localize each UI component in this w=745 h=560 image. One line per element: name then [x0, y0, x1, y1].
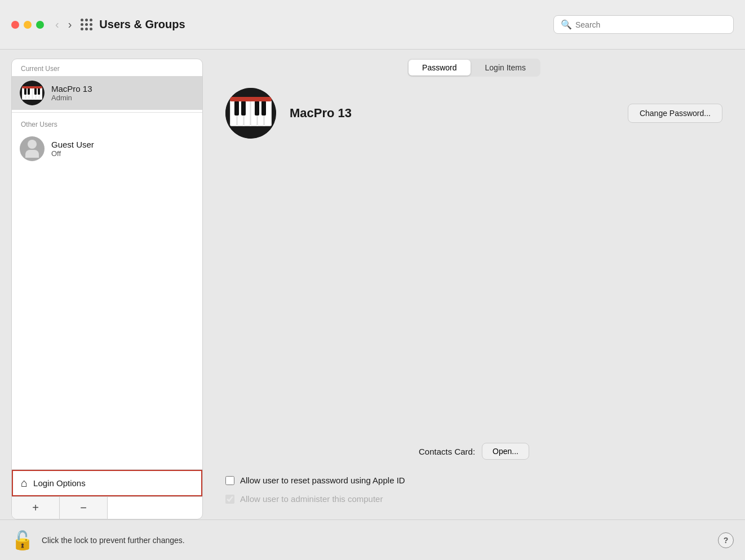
right-panel: Password Login Items: [203, 59, 734, 519]
svg-rect-11: [34, 88, 37, 95]
minimize-button[interactable]: [24, 21, 32, 29]
tab-password[interactable]: Password: [409, 60, 470, 75]
tab-bar: Password Login Items: [214, 59, 734, 77]
allow-admin-row: Allow user to administer this computer: [225, 494, 722, 504]
contacts-card-label: Contacts Card:: [419, 447, 475, 456]
profile-section: MacPro 13 Change Password...: [214, 88, 734, 139]
svg-rect-9: [24, 88, 26, 95]
help-button[interactable]: ?: [718, 532, 734, 548]
window-controls: [11, 21, 44, 29]
person-silhouette: [20, 136, 45, 161]
contacts-card-row: Contacts Card: Open...: [214, 443, 734, 460]
guest-user-status: Off: [51, 149, 94, 158]
allow-reset-row: Allow user to reset password using Apple…: [225, 475, 722, 485]
window-title: Users & Groups: [99, 18, 553, 31]
current-user-role: Admin: [51, 94, 92, 102]
svg-rect-25: [261, 101, 266, 115]
sidebar-spacer: [12, 166, 202, 469]
avatar: [20, 81, 45, 105]
divider: [12, 112, 202, 113]
nav-arrows: ‹ ›: [53, 17, 74, 32]
content-spacer: [214, 150, 734, 420]
login-options-label: Login Options: [33, 478, 86, 488]
profile-name: MacPro 13: [290, 106, 628, 121]
login-options-item[interactable]: ⌂ Login Options: [12, 470, 202, 496]
sidebar: Current User: [11, 59, 203, 519]
svg-rect-10: [28, 88, 30, 95]
guest-user-info: Guest User Off: [51, 140, 94, 158]
maximize-button[interactable]: [36, 21, 44, 29]
footer: 🔓 Click the lock to prevent further chan…: [0, 519, 745, 560]
svg-rect-13: [22, 86, 42, 88]
add-user-button[interactable]: +: [12, 497, 60, 519]
titlebar: ‹ › Users & Groups 🔍: [0, 0, 745, 50]
guest-user-name: Guest User: [51, 140, 94, 149]
other-users-section-label: Other Users: [12, 115, 202, 132]
tab-group: Password Login Items: [407, 59, 540, 77]
close-button[interactable]: [11, 21, 19, 29]
remove-user-button[interactable]: −: [60, 497, 108, 519]
svg-rect-22: [234, 101, 239, 115]
profile-avatar: [225, 88, 276, 139]
guest-user-item[interactable]: Guest User Off: [12, 132, 202, 166]
tab-login-items[interactable]: Login Items: [472, 60, 539, 75]
search-bar[interactable]: 🔍: [553, 15, 734, 34]
sidebar-bottom: ⌂ Login Options + −: [12, 469, 202, 519]
current-user-section-label: Current User: [12, 59, 202, 76]
search-icon: 🔍: [561, 19, 572, 30]
change-password-button[interactable]: Change Password...: [628, 104, 722, 123]
home-icon: ⌂: [21, 477, 28, 490]
current-user-name: MacPro 13: [51, 84, 92, 94]
open-button[interactable]: Open...: [482, 443, 529, 460]
allow-reset-label: Allow user to reset password using Apple…: [240, 475, 405, 485]
forward-button[interactable]: ›: [66, 17, 74, 32]
svg-rect-12: [38, 88, 40, 95]
guest-avatar: [20, 136, 45, 161]
svg-rect-26: [230, 97, 272, 101]
sidebar-actions: + −: [12, 496, 202, 519]
action-spacer: [108, 497, 202, 519]
search-input[interactable]: [575, 20, 726, 29]
footer-text: Click the lock to prevent further change…: [42, 536, 718, 545]
allow-admin-checkbox[interactable]: [225, 495, 234, 504]
svg-rect-24: [255, 101, 259, 115]
current-user-info: MacPro 13 Admin: [51, 84, 92, 102]
apps-grid-icon[interactable]: [81, 19, 92, 30]
main-content: Current User: [0, 50, 745, 519]
bottom-spacer: [214, 508, 734, 519]
back-button[interactable]: ‹: [53, 17, 61, 32]
allow-reset-checkbox[interactable]: [225, 476, 234, 485]
allow-admin-label: Allow user to administer this computer: [240, 494, 383, 504]
svg-rect-23: [241, 101, 246, 115]
current-user-item[interactable]: MacPro 13 Admin: [12, 76, 202, 110]
lock-icon[interactable]: 🔓: [11, 530, 34, 551]
